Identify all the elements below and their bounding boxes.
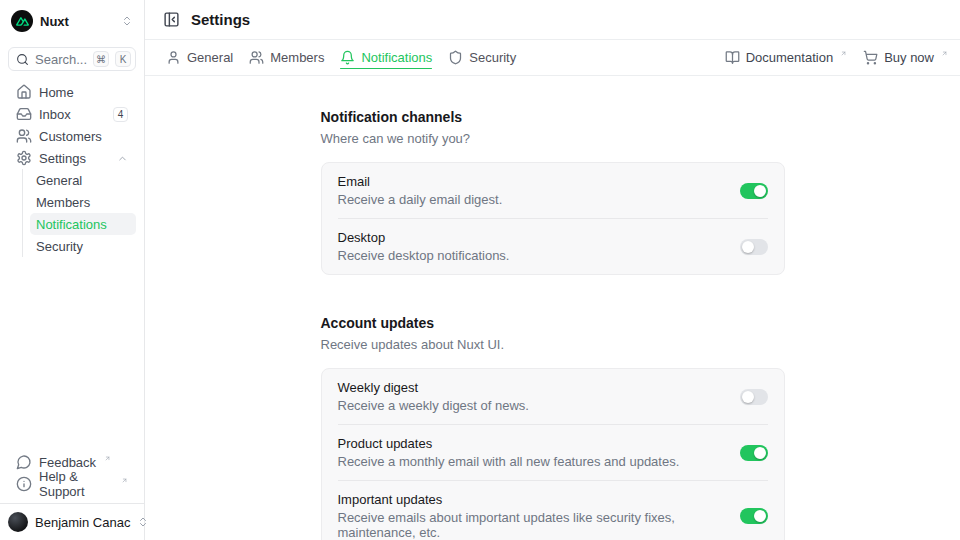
help-support-label: Help & Support [39, 469, 113, 499]
setting-description: Receive a daily email digest. [338, 192, 724, 207]
tab-label: Members [270, 50, 324, 65]
setting-label: Weekly digest [338, 380, 724, 395]
setting-row-product-updates: Product updates Receive a monthly email … [322, 425, 784, 480]
sidebar-item-settings[interactable]: Settings [8, 147, 136, 169]
sidebar-footer-links: Feedback Help & Support [8, 451, 136, 495]
search-placeholder: Search... [35, 52, 87, 67]
tab-general[interactable]: General [166, 40, 233, 75]
tab-label: Security [469, 50, 516, 65]
account-updates-section: Account updates Receive updates about Nu… [321, 315, 785, 540]
sidebar-item-members[interactable]: Members [30, 191, 136, 213]
setting-description: Receive desktop notifications. [338, 248, 724, 263]
info-circle-icon [16, 476, 32, 492]
sidebar-item-customers[interactable]: Customers [8, 125, 136, 147]
inbox-count-badge: 4 [113, 107, 128, 122]
sidebar-item-label: Inbox [39, 107, 106, 122]
important-updates-toggle[interactable] [740, 508, 768, 524]
setting-label: Product updates [338, 436, 724, 451]
toggle-knob [754, 185, 766, 197]
page-header: Settings [145, 0, 960, 40]
gear-icon [16, 150, 32, 166]
setting-label: Email [338, 174, 724, 189]
inbox-icon [16, 106, 32, 122]
user-name: Benjamin Canac [35, 515, 130, 530]
desktop-toggle[interactable] [740, 239, 768, 255]
kbd-cmd: ⌘ [93, 51, 109, 67]
documentation-link[interactable]: Documentation [725, 50, 847, 65]
settings-card: Weekly digest Receive a weekly digest of… [321, 368, 785, 540]
workspace-name: Nuxt [40, 14, 114, 29]
section-description: Where can we notify you? [321, 131, 785, 146]
sidebar-spacer [8, 257, 136, 451]
book-icon [725, 50, 740, 65]
settings-content: Notification channels Where can we notif… [145, 76, 960, 540]
documentation-label: Documentation [746, 50, 833, 65]
tab-label: Notifications [361, 50, 432, 65]
tab-security[interactable]: Security [448, 40, 516, 75]
chevrons-up-down-icon [121, 15, 133, 27]
email-toggle[interactable] [740, 183, 768, 199]
toggle-knob [754, 510, 766, 522]
app-window: Nuxt Search... ⌘ K Home [0, 0, 960, 540]
section-description: Receive updates about Nuxt UI. [321, 337, 785, 352]
sidebar-item-security[interactable]: Security [30, 235, 136, 257]
shopping-cart-icon [863, 50, 878, 65]
setting-description: Receive a weekly digest of news. [338, 398, 724, 413]
setting-row-weekly-digest: Weekly digest Receive a weekly digest of… [322, 369, 784, 424]
search-icon [16, 53, 29, 66]
settings-card: Email Receive a daily email digest. Desk… [321, 162, 785, 275]
sidebar-item-label: Home [39, 85, 128, 100]
shield-icon [448, 50, 463, 65]
setting-row-desktop: Desktop Receive desktop notifications. [322, 219, 784, 274]
settings-subnav: General Members Notifications Security [22, 169, 136, 257]
toggle-knob [742, 391, 754, 403]
feedback-label: Feedback [39, 455, 96, 470]
tab-notifications[interactable]: Notifications [340, 40, 432, 75]
message-bubble-icon [16, 454, 32, 470]
buy-now-label: Buy now [884, 50, 934, 65]
sidebar-item-home[interactable]: Home [8, 81, 136, 103]
product-updates-toggle[interactable] [740, 445, 768, 461]
collapse-sidebar-button[interactable] [163, 11, 180, 28]
nuxt-logo-icon [11, 10, 33, 32]
users-icon [249, 50, 264, 65]
sidebar-item-label: Settings [39, 151, 110, 166]
sidebar: Nuxt Search... ⌘ K Home [0, 0, 145, 540]
sidebar-item-notifications[interactable]: Notifications [30, 213, 136, 235]
buy-now-link[interactable]: Buy now [863, 50, 948, 65]
home-icon [16, 84, 32, 100]
search-input[interactable]: Search... ⌘ K [8, 47, 136, 71]
tab-members[interactable]: Members [249, 40, 324, 75]
toggle-knob [754, 447, 766, 459]
weekly-digest-toggle[interactable] [740, 389, 768, 405]
workspace-selector[interactable]: Nuxt [8, 8, 136, 34]
main-panel: Settings General Members Notifications [145, 0, 960, 540]
sidebar-nav: Home Inbox 4 Customers [8, 81, 136, 257]
kbd-k: K [115, 51, 131, 67]
external-link-icon [104, 455, 111, 462]
setting-label: Important updates [338, 492, 724, 507]
notification-channels-section: Notification channels Where can we notif… [321, 109, 785, 275]
users-icon [16, 128, 32, 144]
tab-label: General [187, 50, 233, 65]
external-link-icon [941, 50, 948, 57]
tab-bar: General Members Notifications Security [145, 40, 960, 76]
help-support-link[interactable]: Help & Support [8, 473, 136, 495]
setting-description: Receive a monthly email with all new fea… [338, 454, 724, 469]
chevron-up-icon [117, 153, 128, 164]
setting-label: Desktop [338, 230, 724, 245]
page-title: Settings [191, 11, 250, 28]
toggle-knob [742, 241, 754, 253]
avatar [8, 512, 28, 532]
sidebar-item-general[interactable]: General [30, 169, 136, 191]
user-menu[interactable]: Benjamin Canac [0, 503, 144, 540]
sidebar-item-label: Customers [39, 129, 128, 144]
bell-icon [340, 50, 355, 65]
external-link-icon [840, 50, 847, 57]
external-link-icon [121, 477, 128, 484]
sidebar-item-inbox[interactable]: Inbox 4 [8, 103, 136, 125]
setting-description: Receive emails about important updates l… [338, 510, 724, 540]
user-icon [166, 50, 181, 65]
setting-row-email: Email Receive a daily email digest. [322, 163, 784, 218]
section-title: Notification channels [321, 109, 785, 125]
